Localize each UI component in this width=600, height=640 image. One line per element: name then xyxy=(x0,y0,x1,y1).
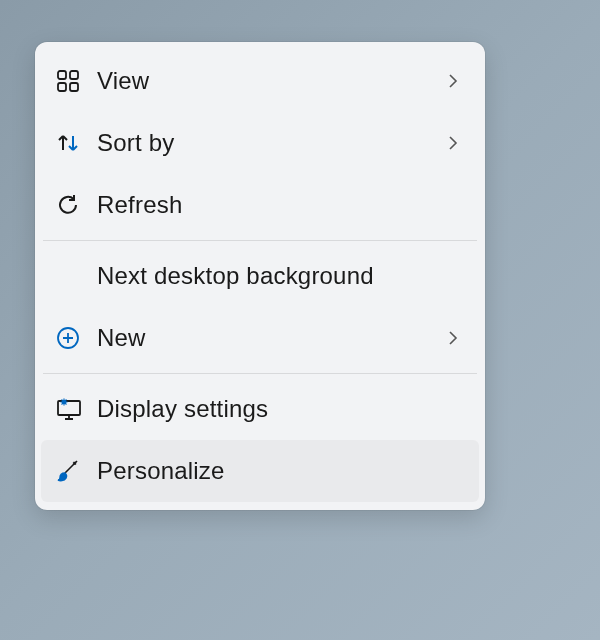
svg-rect-2 xyxy=(58,83,66,91)
menu-item-label: Next desktop background xyxy=(97,262,465,290)
svg-rect-1 xyxy=(70,71,78,79)
menu-item-label: View xyxy=(97,67,441,95)
menu-item-refresh[interactable]: Refresh xyxy=(41,174,479,236)
grid-icon xyxy=(55,68,97,94)
menu-item-label: New xyxy=(97,324,441,352)
display-settings-icon xyxy=(55,396,97,422)
chevron-right-icon xyxy=(441,328,465,348)
menu-item-next-desktop-background[interactable]: Next desktop background xyxy=(41,245,479,307)
chevron-right-icon xyxy=(441,133,465,153)
menu-divider xyxy=(43,240,477,241)
svg-rect-3 xyxy=(70,83,78,91)
menu-item-new[interactable]: New xyxy=(41,307,479,369)
menu-divider xyxy=(43,373,477,374)
svg-rect-0 xyxy=(58,71,66,79)
chevron-right-icon xyxy=(441,71,465,91)
refresh-icon xyxy=(55,192,97,218)
menu-item-label: Refresh xyxy=(97,191,465,219)
menu-item-personalize[interactable]: Personalize xyxy=(41,440,479,502)
plus-circle-icon xyxy=(55,325,97,351)
menu-item-display-settings[interactable]: Display settings xyxy=(41,378,479,440)
svg-point-6 xyxy=(62,400,67,405)
menu-item-view[interactable]: View xyxy=(41,50,479,112)
menu-item-label: Sort by xyxy=(97,129,441,157)
menu-item-sort-by[interactable]: Sort by xyxy=(41,112,479,174)
desktop-context-menu: View Sort by Refresh xyxy=(35,42,485,510)
sort-icon xyxy=(55,130,97,156)
svg-rect-5 xyxy=(58,401,80,415)
menu-item-label: Personalize xyxy=(97,457,465,485)
paintbrush-icon xyxy=(55,457,97,485)
menu-item-label: Display settings xyxy=(97,395,465,423)
